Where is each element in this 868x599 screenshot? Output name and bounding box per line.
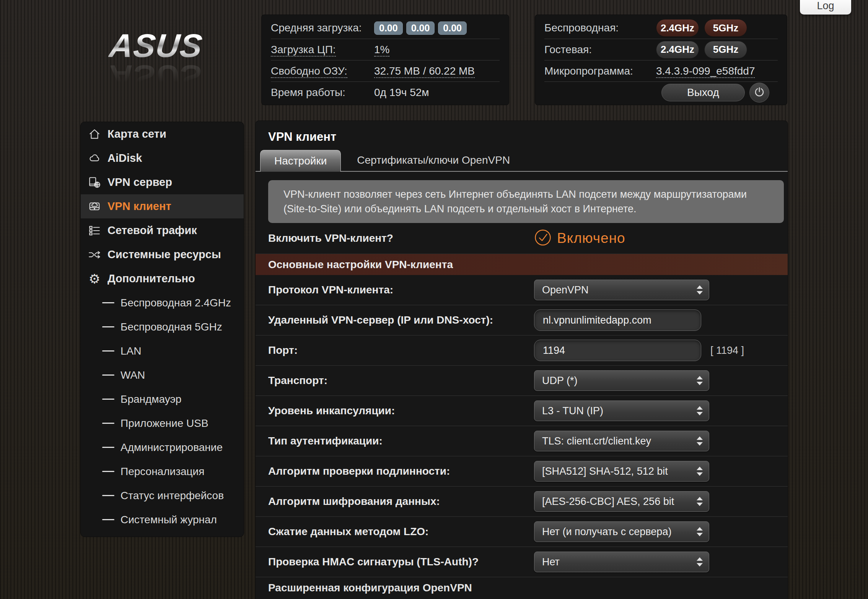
cipher-label: Алгоритм шифрования данных: (256, 495, 534, 508)
encapsulation-row: Уровень инкапсуляции: L3 - TUN (IP) (256, 396, 788, 426)
encapsulation-select[interactable]: L3 - TUN (IP) (534, 400, 709, 421)
sidebar-subitem-wan[interactable]: WAN (81, 363, 244, 387)
dash-icon (102, 447, 114, 448)
encapsulation-label: Уровень инкапсуляции: (256, 405, 534, 417)
uptime-value: 0д 19ч 52м (374, 86, 429, 99)
auth-type-label: Тип аутентификации: (256, 435, 534, 447)
sidebar-item-advanced[interactable]: ⚙ Дополнительно (81, 267, 244, 291)
main-content: VPN клиент Настройки Сертификаты/ключи O… (255, 120, 788, 599)
wireless-24ghz-pill[interactable]: 2.4GHz (656, 19, 699, 37)
firmware-row: Микропрограмма: 3.4.3.9-099_e58fdd7 (544, 60, 778, 81)
asus-logo-reflection: ASUS (107, 58, 234, 96)
guest-24ghz-pill[interactable]: 2.4GHz (656, 41, 699, 59)
select-arrows-icon (697, 497, 703, 506)
protocol-select[interactable]: OpenVPN (534, 280, 709, 300)
logout-row: Выход (544, 81, 778, 103)
sidebar-item-network-traffic[interactable]: Сетевой трафик (81, 218, 244, 243)
cpu-load-label[interactable]: Загрузка ЦП: (271, 44, 374, 56)
hmac-algorithm-label: Алгоритм проверки подлинности: (256, 465, 534, 477)
sidebar-item-label: VPN клиент (107, 200, 171, 213)
uptime-label: Время работы: (271, 86, 374, 99)
sidebar-nav: Карта сети AiDisk VPN сервер VPN клиент … (80, 122, 244, 537)
load-badge-2: 0.00 (406, 21, 435, 35)
sidebar-item-label: VPN сервер (107, 176, 172, 189)
logout-button-label: Выход (687, 86, 719, 99)
dash-icon (102, 302, 114, 303)
free-ram-label[interactable]: Свободно ОЗУ: (271, 65, 374, 77)
enable-vpn-toggle[interactable]: Включено (534, 229, 625, 248)
dash-icon (102, 374, 114, 376)
shuffle-icon (88, 248, 101, 262)
sidebar-subitem-wireless-5ghz[interactable]: Беспроводная 5GHz (81, 315, 244, 339)
cpu-load-value[interactable]: 1% (374, 44, 389, 56)
sidebar-item-network-map[interactable]: Карта сети (81, 122, 244, 146)
tab-certificates[interactable]: Сертификаты/ключи OpenVPN (341, 149, 526, 171)
lzo-compression-row: Сжатие данных методом LZO: Нет (и получа… (256, 517, 788, 547)
gear-icon: ⚙ (88, 272, 101, 286)
load-average-badges: 0.00 0.00 0.00 (374, 21, 467, 35)
wireless-row: Беспроводная: 2.4GHz 5GHz (544, 17, 778, 39)
sidebar-subitem-firewall[interactable]: Брандмауэр (81, 387, 244, 411)
page-title: VPN клиент (256, 121, 788, 144)
remote-server-input[interactable] (534, 309, 701, 331)
vpn-client-icon (88, 200, 101, 213)
auth-type-row: Тип аутентификации: TLS: client.crt/clie… (256, 426, 788, 456)
wireless-5ghz-pill[interactable]: 5GHz (704, 19, 747, 37)
free-ram-row: Свободно ОЗУ: 32.75 MB / 60.22 MB (271, 60, 500, 81)
section-header-advanced-config: Расширенная конфигурация OpenVPN (256, 577, 788, 598)
sidebar-subitem-personalization[interactable]: Персонализация (81, 459, 244, 483)
sidebar-subitem-usb-application[interactable]: Приложение USB (81, 411, 244, 435)
cpu-load-row: Загрузка ЦП: 1% (271, 39, 500, 60)
sidebar-item-label: Системные ресурсы (107, 248, 221, 261)
sidebar-subitem-lan[interactable]: LAN (81, 339, 244, 363)
dash-icon (102, 423, 114, 424)
tab-settings[interactable]: Настройки (260, 150, 341, 172)
dash-icon (102, 519, 114, 520)
transport-select[interactable]: UDP (*) (534, 370, 709, 391)
sidebar-item-vpn-server[interactable]: VPN сервер (81, 170, 244, 194)
hmac-algorithm-select[interactable]: [SHA512] SHA-512, 512 bit (534, 461, 709, 482)
auth-type-select[interactable]: TLS: client.crt/client.key (534, 431, 709, 451)
firmware-version-link[interactable]: 3.4.3.9-099_e58fdd7 (656, 65, 755, 77)
lzo-compression-select[interactable]: Нет (и получать с сервера) (534, 521, 709, 542)
sidebar-item-label: Карта сети (107, 128, 166, 140)
protocol-row: Протокол VPN-клиента: OpenVPN (256, 275, 788, 305)
uptime-row: Время работы: 0д 19ч 52м (271, 81, 500, 103)
port-input[interactable] (534, 340, 701, 361)
guest-5ghz-pill[interactable]: 5GHz (704, 41, 747, 59)
vpn-client-description: VPN-клиент позволяет через сеть Интернет… (268, 180, 784, 223)
remote-server-row: Удаленный VPN-сервер (IP или DNS-хост): (256, 305, 788, 335)
guest-label: Гостевая: (544, 44, 656, 56)
sidebar-subitem-system-log[interactable]: Системный журнал (81, 508, 244, 532)
system-status-panel: Средняя загрузка: 0.00 0.00 0.00 Загрузк… (261, 15, 509, 105)
section-header-basic-settings: Основные настройки VPN-клиента (256, 254, 788, 275)
tls-auth-select[interactable]: Нет (534, 552, 709, 572)
dash-icon (102, 399, 114, 400)
lzo-compression-label: Сжатие данных методом LZO: (256, 526, 534, 538)
free-ram-value[interactable]: 32.75 MB / 60.22 MB (374, 65, 475, 77)
sidebar-subitem-interface-status[interactable]: Статус интерфейсов (81, 483, 244, 508)
sidebar-item-aidisk[interactable]: AiDisk (81, 146, 244, 170)
sidebar-subitem-label: LAN (121, 345, 141, 357)
cipher-select[interactable]: [AES-256-CBC] AES, 256 bit (534, 491, 709, 512)
tab-bar: Настройки Сертификаты/ключи OpenVPN (256, 149, 788, 172)
home-icon (88, 127, 101, 141)
sidebar-item-system-resources[interactable]: Системные ресурсы (81, 243, 244, 267)
log-button[interactable]: Log (800, 0, 851, 15)
logout-button[interactable]: Выход (661, 84, 745, 101)
reboot-button[interactable] (749, 83, 769, 103)
log-button-label: Log (817, 0, 834, 12)
sidebar-subitem-label: Статус интерфейсов (121, 490, 224, 502)
enable-vpn-label: Включить VPN-клиент? (256, 232, 534, 244)
sidebar-item-vpn-client[interactable]: VPN клиент (81, 194, 244, 218)
remote-server-label: Удаленный VPN-сервер (IP или DNS-хост): (256, 314, 534, 326)
transport-row: Транспорт: UDP (*) (256, 366, 788, 396)
sidebar-subitem-administration[interactable]: Администрирование (81, 435, 244, 459)
protocol-label: Протокол VPN-клиента: (256, 284, 534, 296)
port-default-hint: [ 1194 ] (710, 345, 744, 356)
tls-auth-label: Проверка HMAC сигнатуры (TLS-Auth)? (256, 556, 534, 568)
load-badge-3: 0.00 (438, 21, 467, 35)
sidebar-subitem-label: WAN (121, 369, 145, 381)
sidebar-subitem-wireless-24ghz[interactable]: Беспроводная 2.4GHz (81, 291, 244, 315)
sidebar-subitem-label: Беспроводная 5GHz (121, 321, 222, 333)
